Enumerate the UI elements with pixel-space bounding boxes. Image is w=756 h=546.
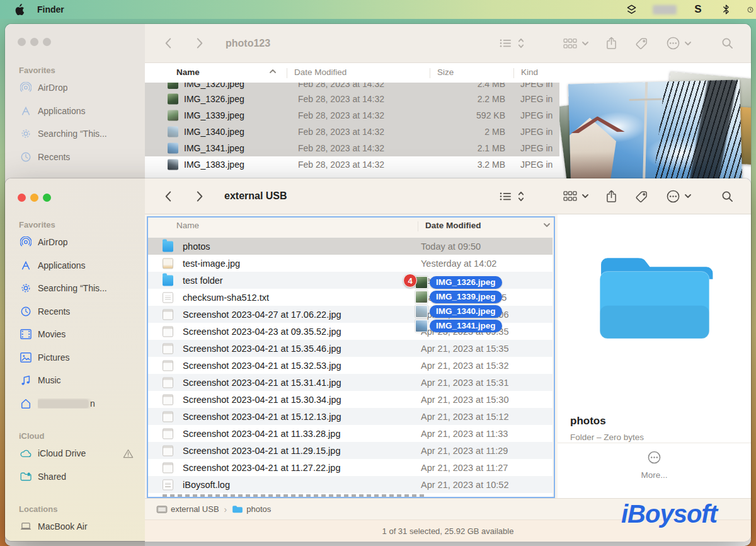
file-date-modified: Apr 21, 2023 at 15:12 <box>421 412 508 422</box>
file-row[interactable]: iBoysoft.log Apr 21, 2023 at 10:52 <box>148 476 553 493</box>
file-row[interactable]: IMG_1326.jpeg Feb 28, 2023 at 14:32 2.2 … <box>145 91 559 107</box>
group-view-icon[interactable] <box>563 191 577 201</box>
sidebar-item[interactable]: Recents <box>16 146 140 169</box>
file-row[interactable]: Screenshot 2023-04-21 at 11.33.28.jpg Ap… <box>148 425 553 442</box>
file-name: Screenshot 2023-04-21 at 11.27.22.jpg <box>183 463 340 473</box>
file-row[interactable]: IMG_1383.jpeg Feb 28, 2023 at 14:32 3.2 … <box>145 156 559 173</box>
back-button[interactable] <box>160 191 176 202</box>
sidebar-item[interactable]: n <box>16 392 140 415</box>
path-segment[interactable]: photos <box>219 504 272 514</box>
column-name[interactable]: Name <box>176 221 199 230</box>
sidebar-item[interactable]: Pictures <box>16 346 140 369</box>
file-icon <box>163 462 173 473</box>
file-icon <box>163 309 173 320</box>
chevron-down-icon[interactable] <box>685 194 691 198</box>
sidebar-item[interactable]: MacBook Air <box>16 515 140 538</box>
s-status-icon[interactable]: S <box>692 3 704 16</box>
column-name[interactable]: Name <box>176 67 200 77</box>
file-row[interactable]: Screenshot 2023-04-21 at 11.27.22.jpg Ap… <box>148 459 553 476</box>
sidebar-item[interactable]: AirDrop <box>16 231 140 254</box>
sidebar-item[interactable]: Applications <box>16 100 140 123</box>
dragged-file-chip[interactable]: IMG_1326.jpeg <box>415 275 502 289</box>
chevron-down-icon[interactable] <box>582 194 588 198</box>
stage-manager-icon[interactable] <box>625 3 638 16</box>
file-row-clipped[interactable] <box>148 493 553 497</box>
search-icon[interactable] <box>721 37 733 49</box>
sort-updown-icon[interactable] <box>518 191 524 202</box>
menu-app-name[interactable]: Finder <box>37 4 64 15</box>
clipped-status-icon[interactable] <box>747 3 753 16</box>
sidebar-item-label: Recents <box>38 152 70 162</box>
path-segment[interactable]: external USB <box>156 504 219 514</box>
column-date-modified[interactable]: Date Modified <box>425 221 481 230</box>
zoom-button[interactable] <box>43 194 51 202</box>
chevron-down-icon[interactable] <box>582 42 588 45</box>
file-row[interactable]: IMG_1339.jpeg Feb 28, 2023 at 14:32 592 … <box>145 107 559 124</box>
zoom-button[interactable] <box>43 38 51 46</box>
dragged-file-chip[interactable]: IMG_1340.jpeg <box>415 304 502 318</box>
sidebar-item[interactable]: iCloud Drive <box>16 442 140 465</box>
file-date-modified: Feb 28, 2023 at 14:32 <box>298 160 384 170</box>
more-actions-icon[interactable] <box>667 37 680 50</box>
sidebar-item[interactable]: Searching “This... <box>16 122 140 146</box>
share-icon[interactable] <box>606 37 617 50</box>
front-sidebar: Favorites AirDrop Applications Searching… <box>5 178 145 541</box>
column-date-modified[interactable]: Date Modified <box>294 67 346 77</box>
forward-button[interactable] <box>192 38 208 49</box>
minimize-button[interactable] <box>30 38 38 46</box>
dragged-file-chip[interactable]: IMG_1339.jpeg <box>415 289 502 304</box>
sidebar-item[interactable]: AirDrop <box>16 76 140 100</box>
bluetooth-icon[interactable] <box>719 3 732 16</box>
file-row[interactable]: Screenshot 2023-04-21 at 15.12.13.jpg Ap… <box>148 408 553 425</box>
more-actions-icon[interactable] <box>667 190 680 203</box>
group-view-icon[interactable] <box>563 38 577 49</box>
back-button[interactable] <box>160 38 176 49</box>
list-view-icon[interactable] <box>500 192 512 201</box>
back-toolbar: photo123 <box>145 24 751 63</box>
close-button[interactable] <box>18 38 26 46</box>
dragged-file-chip[interactable]: IMG_1341.jpeg <box>415 318 502 333</box>
file-row[interactable]: Screenshot 2023-04-21 at 15.31.41.jpg Ap… <box>148 374 553 391</box>
front-preview-pane: photos Folder – Zero bytes More... <box>558 214 751 498</box>
sidebar-item[interactable]: Searching “This... <box>16 277 140 300</box>
column-size[interactable]: Size <box>437 67 454 77</box>
search-icon[interactable] <box>721 190 733 202</box>
tags-icon[interactable] <box>636 37 648 49</box>
file-name: checksum-sha512.txt <box>183 293 269 303</box>
forward-button[interactable] <box>192 191 208 202</box>
file-row-partial[interactable]: IMG_1320.jpeg Feb 28, 2023 at 14:32 2.4 … <box>145 83 559 91</box>
menu-bar: Finder S <box>0 0 756 19</box>
file-row[interactable]: test-image.jpg Yesterday at 14:02 <box>148 255 553 272</box>
file-row[interactable]: IMG_1341.jpeg Feb 28, 2023 at 14:32 2.1 … <box>145 140 559 156</box>
list-view-icon[interactable] <box>500 38 512 48</box>
file-row[interactable]: Screenshot 2023-04-21 at 15.32.53.jpg Ap… <box>148 357 553 374</box>
chevron-down-icon[interactable] <box>685 42 691 45</box>
file-date-modified: Apr 21, 2023 at 15:35 <box>421 344 508 354</box>
file-date-modified: Feb 28, 2023 at 14:32 <box>298 127 384 137</box>
file-row[interactable]: Screenshot 2023-04-21 at 15.30.34.jpg Ap… <box>148 391 553 408</box>
file-kind: JPEG in <box>520 143 553 153</box>
close-button[interactable] <box>18 194 26 202</box>
file-date-modified: Apr 21, 2023 at 11:29 <box>421 446 508 456</box>
sort-desc-icon[interactable] <box>544 223 550 227</box>
more-label[interactable]: More... <box>558 470 751 480</box>
apple-menu-icon[interactable] <box>14 4 25 16</box>
column-kind[interactable]: Kind <box>521 67 538 77</box>
file-row[interactable]: Screenshot 2023-04-21 at 15.35.46.jpg Ap… <box>148 340 553 357</box>
sidebar-item[interactable]: Movies <box>16 323 140 346</box>
share-icon[interactable] <box>606 190 617 203</box>
file-row[interactable]: Screenshot 2023-04-21 at 11.29.15.jpg Ap… <box>148 442 553 459</box>
sidebar-item[interactable]: Shared <box>16 465 140 489</box>
sidebar-item-icon <box>19 447 33 460</box>
sort-updown-icon[interactable] <box>518 38 524 49</box>
file-row[interactable]: photos Today at 09:50 <box>148 238 553 255</box>
file-name: Screenshot 2023-04-21 at 15.32.53.jpg <box>183 361 341 371</box>
sidebar-item[interactable]: Music <box>16 369 140 392</box>
tags-icon[interactable] <box>636 190 648 202</box>
sidebar-item[interactable]: Applications <box>16 254 140 277</box>
file-row[interactable]: IMG_1340.jpeg Feb 28, 2023 at 14:32 2 MB… <box>145 124 559 140</box>
sidebar-item[interactable]: Recents <box>16 300 140 323</box>
more-ellipsis-icon[interactable] <box>648 451 661 464</box>
minimize-button[interactable] <box>30 194 38 202</box>
sort-asc-icon[interactable] <box>270 69 276 73</box>
